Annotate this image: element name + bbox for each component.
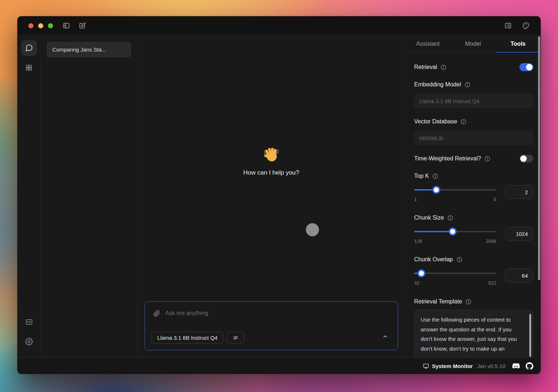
greeting-text: How can I help you? xyxy=(243,169,299,176)
panel-left-icon xyxy=(62,22,70,29)
titlebar xyxy=(17,16,541,35)
settings-button[interactable] xyxy=(21,334,37,350)
compose-icon xyxy=(78,22,86,29)
chunk-overlap-slider[interactable] xyxy=(414,269,496,278)
chunk-size-value-input[interactable]: 1024 xyxy=(505,227,533,241)
discord-icon xyxy=(512,362,520,370)
message-input-placeholder[interactable]: Ask me anything xyxy=(165,310,208,317)
collapse-input-button[interactable] xyxy=(382,334,388,340)
app-version: Jan v0.5.10 xyxy=(477,363,505,369)
toggle-left-panel-button[interactable] xyxy=(62,21,70,30)
info-icon[interactable] xyxy=(456,257,462,263)
tab-tools[interactable]: Tools xyxy=(496,35,541,52)
textarea-scrollbar[interactable] xyxy=(529,314,531,357)
attach-file-button[interactable] xyxy=(152,309,161,318)
info-icon[interactable] xyxy=(432,173,438,179)
panel-scrollbar[interactable] xyxy=(538,36,540,280)
traffic-lights xyxy=(28,23,53,28)
left-rail xyxy=(17,35,41,358)
top-k-slider[interactable] xyxy=(414,185,496,195)
chunk-overlap-control: 32 512 64 xyxy=(414,269,533,286)
waving-hand-icon xyxy=(262,146,281,165)
sliders-icon xyxy=(232,335,239,341)
retrieval-toggle[interactable] xyxy=(519,63,533,71)
right-panel: Assistant Model Tools Retrieval Embeddin… xyxy=(405,35,541,358)
github-icon xyxy=(526,362,533,370)
thread-title: Comparing Jans Sta... xyxy=(52,46,106,53)
theme-button[interactable] xyxy=(522,21,530,30)
empty-state: How can I help you? xyxy=(137,146,405,176)
chat-area: How can I help you? Ask me anything Llam… xyxy=(137,35,405,358)
minimize-button[interactable] xyxy=(38,23,43,28)
embedding-model-label: Embedding Model xyxy=(414,81,461,88)
retrieval-label: Retrieval xyxy=(414,64,437,70)
thread-list: Comparing Jans Sta... xyxy=(41,35,137,358)
embedding-model-input[interactable]: Llama 3.1 8B Instruct Q4 xyxy=(414,94,533,108)
gear-icon xyxy=(25,338,33,346)
tab-model[interactable]: Model xyxy=(450,35,496,52)
info-icon[interactable] xyxy=(460,119,466,125)
retrieval-template-label: Retrieval Template xyxy=(414,298,462,305)
code-square-icon xyxy=(25,318,33,326)
slider-knob[interactable] xyxy=(449,228,457,236)
palette-icon xyxy=(522,22,530,30)
message-input-box[interactable]: Ask me anything Llama 3.1 8B Instruct Q4 xyxy=(145,301,398,350)
info-icon[interactable] xyxy=(465,299,472,305)
hub-nav-button[interactable] xyxy=(21,60,37,75)
thread-list-item[interactable]: Comparing Jans Sta... xyxy=(46,42,131,57)
top-k-control: 1 5 2 xyxy=(414,185,533,202)
vector-database-label: Vector Database xyxy=(414,118,457,125)
chat-bubble-icon xyxy=(25,44,33,52)
grid-icon xyxy=(25,64,33,72)
info-icon[interactable] xyxy=(447,215,453,221)
chunk-overlap-label: Chunk Overlap xyxy=(414,256,453,263)
panel-right-icon xyxy=(504,22,512,29)
github-button[interactable] xyxy=(526,362,533,370)
cursor-dot xyxy=(306,223,319,236)
time-weighted-label: Time-Weighted Retrieval? xyxy=(414,155,481,162)
new-thread-button[interactable] xyxy=(78,21,86,30)
toggle-right-panel-button[interactable] xyxy=(504,21,512,30)
chunk-size-control: 128 2048 1024 xyxy=(414,227,533,244)
info-icon[interactable] xyxy=(440,64,446,70)
slider-knob[interactable] xyxy=(432,186,440,194)
panel-tabs: Assistant Model Tools xyxy=(405,35,541,53)
info-icon[interactable] xyxy=(464,82,470,88)
threads-nav-button[interactable] xyxy=(21,40,37,56)
statusbar: System Monitor Jan v0.5.10 xyxy=(17,358,541,374)
close-button[interactable] xyxy=(28,23,33,28)
local-api-server-button[interactable] xyxy=(21,314,37,330)
model-selector-button[interactable]: Llama 3.1 8B Instruct Q4 xyxy=(151,332,223,344)
chunk-size-label: Chunk Size xyxy=(414,215,444,221)
chunk-size-slider[interactable] xyxy=(414,227,496,236)
info-icon[interactable] xyxy=(484,156,490,162)
system-monitor-button[interactable]: System Monitor xyxy=(423,363,473,369)
tab-assistant[interactable]: Assistant xyxy=(405,35,450,52)
chunk-overlap-value-input[interactable]: 64 xyxy=(505,269,533,282)
monitor-icon xyxy=(423,363,429,369)
time-weighted-toggle[interactable] xyxy=(519,155,533,163)
top-k-label: Top K xyxy=(414,173,429,179)
vector-database-input[interactable]: HNSWLib xyxy=(414,131,533,145)
top-k-value-input[interactable]: 2 xyxy=(505,185,533,199)
discord-button[interactable] xyxy=(512,362,520,370)
zoom-button[interactable] xyxy=(48,23,53,28)
app-window: Comparing Jans Sta... xyxy=(17,16,541,374)
slider-knob[interactable] xyxy=(417,269,425,277)
retrieval-template-textarea[interactable]: Use the following pieces of context to a… xyxy=(414,310,533,358)
model-settings-button[interactable] xyxy=(227,332,244,344)
